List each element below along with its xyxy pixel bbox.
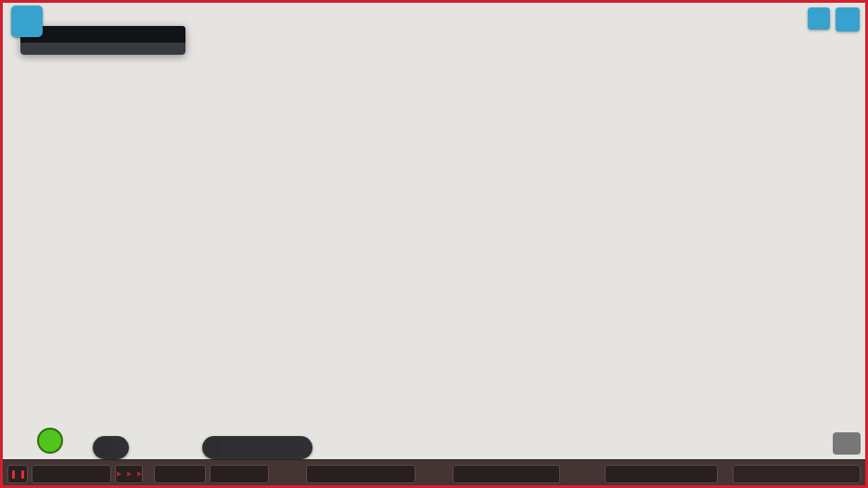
population-icon [459,469,471,481]
photo-mode-button[interactable] [833,432,861,455]
level-badge[interactable] [37,428,63,454]
map-legend-panel [20,26,185,55]
settings-button[interactable] [836,7,860,32]
season-display [210,465,269,483]
advisor-notifications[interactable] [733,465,861,483]
temperature-display [154,465,206,483]
status-bar [0,459,868,488]
progress-pill[interactable] [202,436,313,459]
population-display[interactable] [453,465,560,483]
speed-control[interactable] [115,465,143,483]
milestone-pill[interactable] [93,436,129,459]
help-button[interactable] [808,7,830,30]
trophy-icon [96,439,113,456]
legend-header[interactable] [20,26,185,43]
sun-icon [172,469,185,481]
info-views-button[interactable] [11,6,43,37]
game-screen [0,0,868,488]
money-icon [610,469,622,481]
city-progress-icon [205,439,223,456]
city-map[interactable] [0,0,868,488]
pause-button[interactable] [7,465,28,483]
budget-display[interactable] [605,465,718,483]
city-name-button[interactable] [306,465,415,483]
simulation-state-label [32,465,111,483]
